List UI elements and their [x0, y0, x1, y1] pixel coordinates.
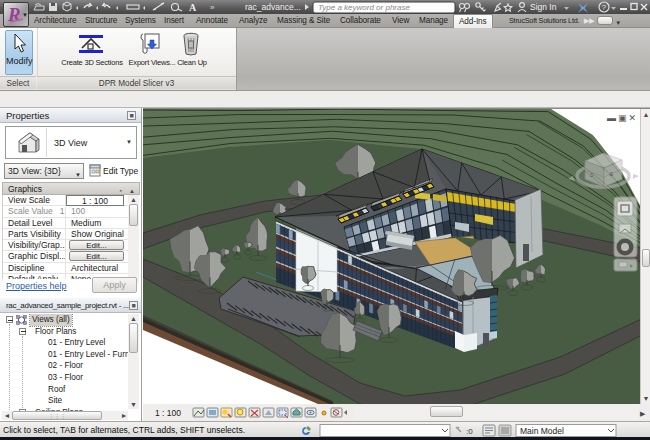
svg-text:A: A [189, 2, 197, 13]
svg-text:Main Model: Main Model [520, 426, 564, 436]
svg-text::0: :0 [466, 427, 473, 436]
svg-text:Sign In: Sign In [530, 2, 557, 12]
svg-text:?: ? [602, 3, 607, 12]
svg-text:Type a keyword or phrase: Type a keyword or phrase [318, 3, 410, 12]
svg-text:»: » [210, 3, 215, 12]
svg-text:rac_advance...: rac_advance... [245, 2, 301, 12]
